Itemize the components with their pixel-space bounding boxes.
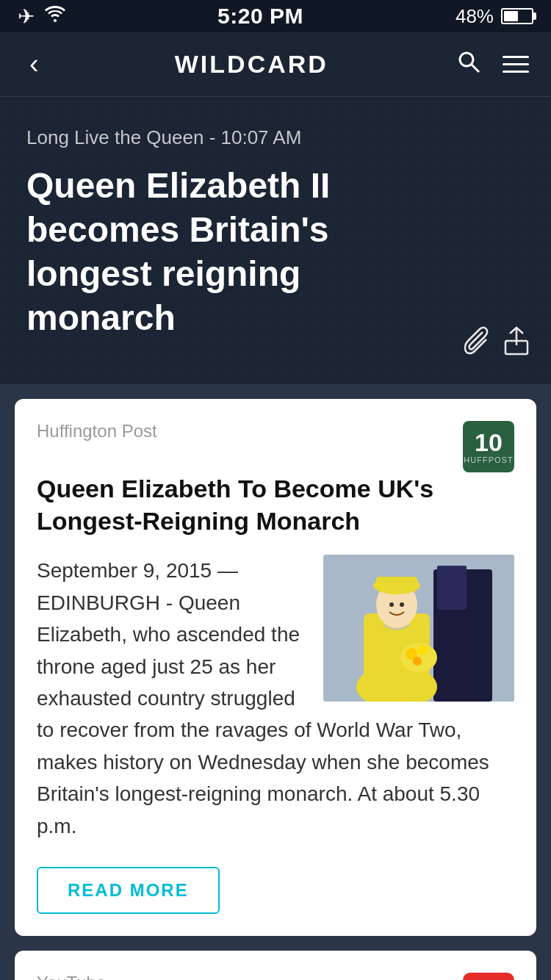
battery-percentage: 48%: [455, 5, 494, 28]
cards-container: 10 HUFFPOST Huffington Post Queen Elizab…: [0, 384, 551, 980]
card-huffpost: 10 HUFFPOST Huffington Post Queen Elizab…: [15, 399, 536, 936]
svg-point-10: [417, 645, 428, 655]
status-bar: ✈ 5:20 PM 48%: [0, 0, 551, 32]
hero-meta: Long Live the Queen - 10:07 AM: [26, 126, 525, 149]
card1-title: Queen Elizabeth To Become UK's Longest-R…: [37, 472, 514, 537]
nav-right-actions: [457, 50, 529, 79]
nav-bar: ‹ WILDCARD: [0, 32, 551, 97]
svg-point-11: [413, 657, 422, 666]
youtube-badge: [463, 973, 514, 980]
status-time: 5:20 PM: [217, 4, 303, 29]
read-more-button[interactable]: READ MORE: [37, 867, 220, 914]
status-left-icons: ✈: [18, 4, 65, 29]
menu-button[interactable]: [503, 56, 529, 73]
card1-source: Huffington Post: [37, 421, 514, 442]
hero-actions: [464, 326, 529, 362]
svg-rect-14: [376, 577, 417, 588]
card1-content: September 9, 2015 — EDINBURGH - Queen El…: [37, 555, 514, 842]
hero-section: Long Live the Queen - 10:07 AM Queen Eli…: [0, 97, 551, 384]
search-icon[interactable]: [457, 50, 480, 79]
wifi-icon: [45, 6, 65, 26]
card2-source: YouTube: [37, 973, 514, 980]
svg-point-0: [460, 53, 473, 66]
battery-icon: [501, 8, 533, 24]
huffpost-badge: 10 HUFFPOST: [463, 421, 514, 472]
card-youtube: YouTube Queen Elizabeth: 63 years in 63 …: [15, 951, 536, 980]
hero-title: Queen Elizabeth II becomes Britain's lon…: [26, 164, 438, 340]
share-icon[interactable]: [504, 326, 529, 362]
svg-point-16: [400, 602, 404, 607]
svg-rect-5: [437, 566, 467, 610]
airplane-icon: ✈: [18, 4, 35, 29]
svg-line-1: [472, 65, 479, 72]
paperclip-icon[interactable]: [464, 326, 489, 362]
back-button[interactable]: ‹: [22, 41, 46, 87]
card1-image: [323, 555, 514, 702]
svg-point-15: [389, 602, 394, 607]
status-right-info: 48%: [455, 5, 533, 28]
nav-title: WILDCARD: [175, 50, 328, 79]
